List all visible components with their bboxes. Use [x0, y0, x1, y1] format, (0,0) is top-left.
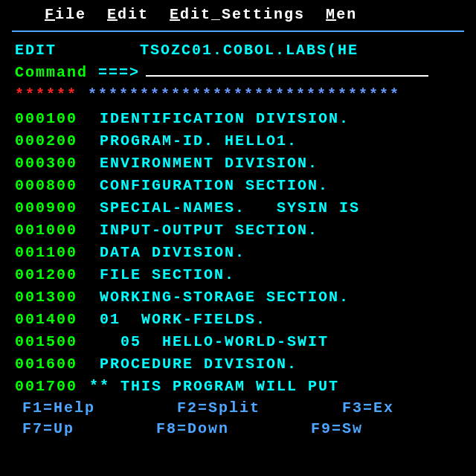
code-line[interactable]: 001600 PROCEDURE DIVISION.: [0, 353, 476, 376]
code-area: 000100 IDENTIFICATION DIVISION. 000200 P…: [0, 108, 476, 398]
dataset-name: TSOZC01.COBOL.LABS(HE: [140, 39, 358, 62]
fkey-f8[interactable]: F8=Down: [156, 419, 229, 440]
command-label: Command: [15, 62, 88, 84]
line-number[interactable]: 001100: [15, 242, 89, 264]
line-number[interactable]: 000300: [15, 152, 89, 175]
code-line[interactable]: 000300 ENVIRONMENT DIVISION.: [0, 152, 476, 175]
menubar: File Edit Edit_Settings Men: [0, 0, 476, 28]
code-line[interactable]: 000200 PROGRAM-ID. HELLO1.: [0, 130, 476, 152]
code-line[interactable]: 001300 WORKING-STORAGE SECTION.: [0, 286, 476, 309]
code-line[interactable]: 000900 SPECIAL-NAMES. SYSIN IS: [0, 197, 476, 219]
line-text[interactable]: DATA DIVISION.: [89, 242, 245, 264]
command-arrow: ===>: [98, 62, 140, 84]
top-stars-blue: ******************************: [77, 84, 400, 106]
fkey-row-2: F7=Up F8=Down F9=Sw: [0, 419, 476, 440]
line-number[interactable]: 001300: [15, 286, 89, 309]
top-of-data-row: ****** ******************************: [0, 84, 476, 106]
line-text[interactable]: IDENTIFICATION DIVISION.: [89, 108, 350, 130]
fkey-f3[interactable]: F3=Ex: [342, 398, 394, 419]
code-line[interactable]: 001500 05 HELLO-WORLD-SWIT: [0, 331, 476, 353]
code-line[interactable]: 001400 01 WORK-FIELDS.: [0, 309, 476, 331]
code-line[interactable]: 000800 CONFIGURATION SECTION.: [0, 175, 476, 197]
fkey-row-1: F1=Help F2=Split F3=Ex: [0, 398, 476, 419]
fkey-f9[interactable]: F9=Sw: [311, 419, 363, 440]
fkey-f1[interactable]: F1=Help: [22, 398, 95, 419]
command-input[interactable]: [146, 62, 428, 77]
line-text[interactable]: FILE SECTION.: [89, 264, 235, 286]
menu-file[interactable]: File: [45, 6, 86, 23]
line-text[interactable]: WORKING-STORAGE SECTION.: [89, 286, 350, 309]
command-row: Command ===>: [0, 62, 476, 84]
edit-header-row: EDIT TSOZC01.COBOL.LABS(HE: [0, 39, 476, 62]
code-line[interactable]: 001200 FILE SECTION.: [0, 264, 476, 286]
line-text[interactable]: CONFIGURATION SECTION.: [89, 175, 329, 197]
line-text[interactable]: PROCEDURE DIVISION.: [89, 353, 298, 376]
mode-label: EDIT: [15, 39, 57, 62]
menu-men[interactable]: Men: [326, 6, 357, 23]
line-number[interactable]: 001200: [15, 264, 89, 286]
menu-edit[interactable]: Edit: [107, 6, 149, 23]
spacer2: [88, 62, 98, 84]
line-number[interactable]: 001000: [15, 219, 89, 242]
line-number[interactable]: 000200: [15, 130, 89, 152]
line-text[interactable]: INPUT-OUTPUT SECTION.: [89, 219, 318, 242]
menu-divider: [12, 30, 464, 32]
spacer: [57, 39, 140, 62]
line-number[interactable]: 001400: [15, 309, 89, 331]
line-text[interactable]: 05 HELLO-WORLD-SWIT: [89, 331, 329, 353]
line-text[interactable]: 01 WORK-FIELDS.: [89, 309, 266, 331]
line-number[interactable]: 001700: [15, 376, 89, 398]
line-number[interactable]: 000100: [15, 108, 89, 130]
line-number[interactable]: 001500: [15, 331, 89, 353]
line-number[interactable]: 000800: [15, 175, 89, 197]
code-line[interactable]: 001000 INPUT-OUTPUT SECTION.: [0, 219, 476, 242]
line-text[interactable]: ** THIS PROGRAM WILL PUT: [89, 376, 350, 398]
line-text[interactable]: SPECIAL-NAMES. SYSIN IS: [89, 197, 360, 219]
menu-edit-settings[interactable]: Edit_Settings: [170, 6, 305, 23]
line-number[interactable]: 000900: [15, 197, 89, 219]
code-line[interactable]: 000100 IDENTIFICATION DIVISION.: [0, 108, 476, 130]
line-text[interactable]: ENVIRONMENT DIVISION.: [89, 152, 318, 175]
code-line[interactable]: 001700 ** THIS PROGRAM WILL PUT: [0, 376, 476, 398]
line-text[interactable]: PROGRAM-ID. HELLO1.: [89, 130, 298, 152]
fkey-f2[interactable]: F2=Split: [177, 398, 260, 419]
code-line[interactable]: 001100 DATA DIVISION.: [0, 242, 476, 264]
top-stars-red: ******: [15, 84, 77, 106]
line-number[interactable]: 001600: [15, 353, 89, 376]
fkey-f7[interactable]: F7=Up: [22, 419, 74, 440]
